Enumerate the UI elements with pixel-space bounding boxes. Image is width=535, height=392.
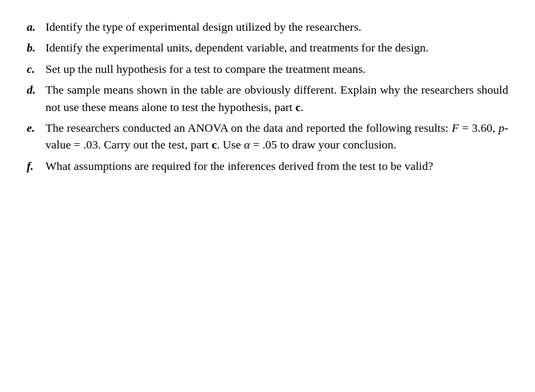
label-b: b. <box>27 39 45 56</box>
label-a: a. <box>27 19 45 35</box>
item-b: b. Identify the experimental units, depe… <box>27 39 508 56</box>
item-a: a. Identify the type of experimental des… <box>27 19 508 35</box>
text-b: Identify the experimental units, depende… <box>45 39 508 56</box>
italic-p: p <box>498 121 504 134</box>
label-d: d. <box>27 82 45 98</box>
item-c: c. Set up the null hypothesis for a test… <box>27 61 508 78</box>
text-a: Identify the type of experimental design… <box>45 19 508 35</box>
text-c: Set up the null hypothesis for a test to… <box>45 61 508 78</box>
item-d: d. The sample means shown in the table a… <box>27 82 508 116</box>
label-e: e. <box>27 120 45 136</box>
bold-c-e: c <box>212 138 217 151</box>
label-f: f. <box>27 158 45 175</box>
item-e: e. The researchers conducted an ANOVA on… <box>27 120 508 154</box>
content: a. Identify the type of experimental des… <box>27 19 508 179</box>
text-e: The researchers conducted an ANOVA on th… <box>45 120 508 154</box>
italic-alpha: α <box>244 138 250 151</box>
text-d: The sample means shown in the table are … <box>45 82 508 116</box>
bold-c-d: c <box>296 100 301 114</box>
italic-F: F <box>451 121 459 134</box>
text-f: What assumptions are required for the in… <box>45 158 508 175</box>
item-f: f. What assumptions are required for the… <box>27 158 508 175</box>
label-c: c. <box>27 61 45 78</box>
